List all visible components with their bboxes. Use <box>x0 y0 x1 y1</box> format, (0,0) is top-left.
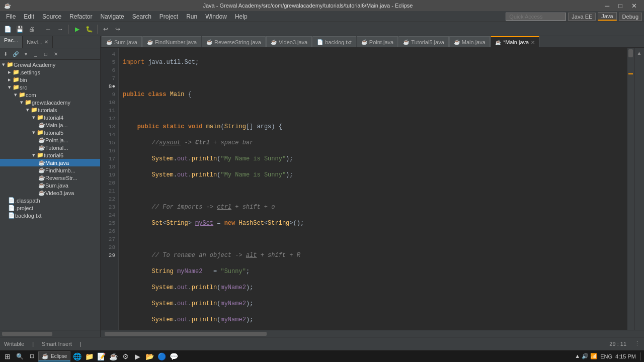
tree-item-grewal[interactable]: ▾📁 Grewal Academy <box>0 61 100 68</box>
left-tab-navigator[interactable]: Navi... ✕ <box>23 36 53 48</box>
taskbar-app-notepad[interactable]: 📝 <box>96 351 107 362</box>
editor-tab-point[interactable]: ☕Point.java <box>357 36 398 47</box>
maximize-button[interactable]: □ <box>615 2 625 10</box>
tree-item-findnumber[interactable]: ☕ FindNumb... <box>0 166 100 174</box>
maximize-view-button[interactable]: □ <box>41 49 50 58</box>
minimize-button[interactable]: ─ <box>602 2 612 10</box>
left-panel-scrollbar[interactable] <box>0 330 100 337</box>
titlebar-controls[interactable]: ─ □ ✕ <box>602 2 640 10</box>
taskbar-app-java[interactable]: ☕ <box>108 351 119 362</box>
menu-search[interactable]: Search <box>128 12 155 21</box>
tree-item-classpath[interactable]: 📄 .classpath <box>0 197 100 204</box>
editor-tab-tutorial5[interactable]: ☕Tutorial5.java <box>398 36 449 47</box>
tree-item-settings[interactable]: ▸📁 .settings <box>0 68 100 76</box>
view-menu-button[interactable]: ▾ <box>21 49 30 58</box>
toolbar-undo[interactable]: ↩ <box>100 24 111 35</box>
close-tab-icon[interactable]: ✕ <box>531 40 535 45</box>
horizontal-scrollbar-thumb[interactable] <box>105 332 267 336</box>
perspective-debug[interactable]: Debug <box>619 13 642 21</box>
taskbar-app-chrome[interactable]: 🔵 <box>156 351 167 362</box>
menu-edit[interactable]: Edit <box>20 12 38 21</box>
editor-tab-reversestring[interactable]: ☕ReverseString.java <box>202 36 266 47</box>
code-editor[interactable]: import java.util.Set; public class Main … <box>119 48 627 330</box>
toolbar-debug[interactable]: 🐛 <box>84 24 95 35</box>
tree-item-tutorial4[interactable]: ▾📁 tutorial4 <box>0 114 100 121</box>
tree-item-tutorial5[interactable]: ▾📁 tutorial5 <box>0 129 100 136</box>
taskbar-search[interactable]: 🔍 <box>14 351 25 362</box>
menu-file[interactable]: File <box>2 12 20 21</box>
editor-tab-findnumber[interactable]: ☕FindNumber.java <box>142 36 201 47</box>
scrollbar-thumb[interactable] <box>2 332 52 336</box>
menu-refactor[interactable]: Refactor <box>65 12 96 21</box>
editor-tab-main[interactable]: ☕Main.java <box>449 36 490 47</box>
toolbar: 📄 💾 🖨 ← → ▶ 🐛 ↩ ↪ <box>0 22 644 36</box>
tree-item-point[interactable]: ☕ Point.ja... <box>0 136 100 144</box>
java-icon: ☕ <box>454 39 460 45</box>
taskbar-app-skype[interactable]: 💬 <box>168 351 179 362</box>
toolbar-print[interactable]: 🖨 <box>26 24 37 35</box>
toolbar-save[interactable]: 💾 <box>14 24 25 35</box>
taskbar-app-settings[interactable]: ⚙ <box>120 351 131 362</box>
java-file-icon: ☕ <box>38 167 45 173</box>
tree-item-main-t6[interactable]: ☕ Main.java <box>0 159 100 166</box>
tree-item-project[interactable]: 📄 .project <box>0 204 100 212</box>
vertical-scrollbar-thumb[interactable] <box>628 49 633 57</box>
minimize-view-button[interactable]: _ <box>31 49 40 58</box>
tree-item-sum[interactable]: ☕ Sum.java <box>0 182 100 189</box>
line-num-16: 16 <box>101 147 118 155</box>
tree-item-main-t4[interactable]: ☕ Main.ja... <box>0 121 100 129</box>
left-tab-package[interactable]: Pac... <box>0 36 23 48</box>
toolbar-back[interactable]: ← <box>43 24 54 35</box>
toolbar-redo[interactable]: ↪ <box>112 24 123 35</box>
menu-run[interactable]: Run <box>182 12 201 21</box>
line-num-12: 12 <box>101 115 118 123</box>
tab-label: backlog.txt <box>325 39 352 45</box>
tree-item-video3[interactable]: ☕ Video3.java <box>0 189 100 197</box>
taskbar-app-explorer[interactable]: 📁 <box>84 351 95 362</box>
status-separator-1: | <box>32 341 34 347</box>
tree-item-bin[interactable]: ▸📁 bin <box>0 76 100 83</box>
menu-window[interactable]: Window <box>201 12 231 21</box>
folder-icon-s: 📁 <box>37 129 44 136</box>
quick-access-input[interactable] <box>506 13 566 21</box>
folder-open-icon: ▾ <box>32 152 35 158</box>
tree-item-grewalacademy[interactable]: ▾📁 grewalacademy <box>0 99 100 106</box>
tree-item-src[interactable]: ▾📁 src <box>0 83 100 91</box>
perspective-javaee[interactable]: Java EE <box>568 13 596 21</box>
code-line-20: System.out.println(myName2); <box>123 316 623 324</box>
taskbar-app-ie[interactable]: 🌐 <box>71 351 83 362</box>
tree-item-tutorial6[interactable]: ▾📁 tutorial6 <box>0 151 100 159</box>
close-view-button[interactable]: ✕ <box>51 49 60 58</box>
menu-project[interactable]: Project <box>155 12 182 21</box>
editor-tab-main-active[interactable]: ☕*Main.java ✕ <box>491 36 539 47</box>
taskbar-app-play[interactable]: ▶ <box>132 351 143 362</box>
bottom-scrollbar[interactable] <box>101 330 644 337</box>
tree-item-tutorial-t5[interactable]: ☕ Tutorial... <box>0 144 100 151</box>
tree-item-backlog[interactable]: 📄 backlog.txt <box>0 212 100 219</box>
menu-navigate[interactable]: Navigate <box>96 12 128 21</box>
taskbar-taskview[interactable]: ⊡ <box>26 351 37 362</box>
toolbar-forward[interactable]: → <box>55 24 66 35</box>
editor-tab-video3[interactable]: ☕Video3.java <box>266 36 312 47</box>
right-scroll-gutter[interactable] <box>627 48 634 330</box>
tree-item-tutorials[interactable]: ▾📁 tutorials <box>0 106 100 114</box>
java-file-icon: ☕ <box>38 182 45 189</box>
link-editor-button[interactable]: 🔗 <box>11 49 20 58</box>
close-nav-icon[interactable]: ✕ <box>44 39 48 45</box>
show-desktop-button[interactable] <box>640 352 642 360</box>
editor-tab-backlog[interactable]: 📄backlog.txt <box>312 36 356 47</box>
collapse-all-button[interactable]: ⬇ <box>1 49 10 58</box>
perspective-java[interactable]: Java <box>598 12 616 21</box>
start-button[interactable]: ⊞ <box>2 351 13 362</box>
toolbar-run[interactable]: ▶ <box>71 24 83 35</box>
status-separator-2: | <box>80 341 82 347</box>
tree-item-reversestr[interactable]: ☕ ReverseStr... <box>0 174 100 182</box>
toolbar-new[interactable]: 📄 <box>2 24 13 35</box>
taskbar-app-eclipse[interactable]: ☕ Eclipse <box>38 351 70 361</box>
editor-tab-sum[interactable]: ☕Sum.java <box>102 36 142 47</box>
menu-help[interactable]: Help <box>231 12 252 21</box>
taskbar-app-folder2[interactable]: 📂 <box>144 351 155 362</box>
close-button[interactable]: ✕ <box>628 2 640 10</box>
menu-source[interactable]: Source <box>38 12 65 21</box>
tree-item-com[interactable]: ▾📁 com <box>0 91 100 99</box>
